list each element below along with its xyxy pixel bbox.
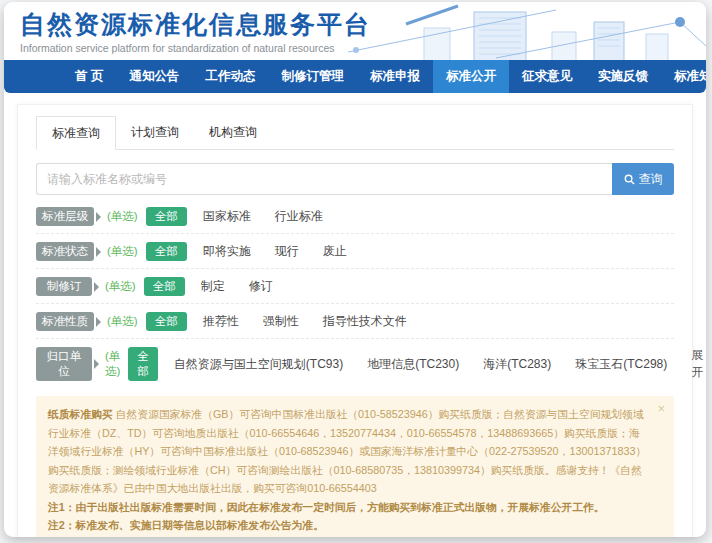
- nav-item[interactable]: 制修订管理: [268, 60, 357, 93]
- filter-mode-label: (单选): [107, 209, 138, 224]
- title-block: 自然资源标准化信息服务平台 Information service platfo…: [20, 9, 371, 54]
- filter-option[interactable]: 强制性: [263, 313, 299, 330]
- search-icon: [624, 174, 635, 185]
- filter-all-button[interactable]: 全部: [146, 242, 187, 261]
- nav-item[interactable]: 标准知识: [661, 60, 706, 93]
- site-subtitle: Information service platform for standar…: [20, 42, 371, 54]
- nav-item[interactable]: 标准公开: [433, 60, 509, 93]
- filter-option[interactable]: 修订: [249, 278, 273, 295]
- filter-mode-label: (单选): [105, 349, 120, 379]
- filter-all-button[interactable]: 全部: [144, 277, 185, 296]
- filter-option[interactable]: 现行: [275, 243, 299, 260]
- filter-mode-label: (单选): [105, 279, 136, 294]
- tab[interactable]: 机构查询: [194, 116, 272, 150]
- notice-note-2: 注2：标准发布、实施日期等信息以部标准发布公告为准。: [48, 516, 648, 535]
- city-illustration: [346, 2, 706, 60]
- tag-arrow-icon: [96, 212, 101, 222]
- tab[interactable]: 计划查询: [116, 116, 194, 150]
- filter-mode-label: (单选): [107, 244, 138, 259]
- nav-item[interactable]: 标准申报: [357, 60, 433, 93]
- filter-label-tag: 标准状态: [36, 242, 94, 261]
- filter-panel: 标准层级(单选)全部国家标准行业标准标准状态(单选)全部即将实施现行废止制修订(…: [36, 199, 674, 388]
- filter-option[interactable]: 国家标准: [203, 208, 251, 225]
- nav-item[interactable]: 通知公告: [116, 60, 192, 93]
- site-title: 自然资源标准化信息服务平台: [20, 9, 371, 39]
- tag-arrow-icon: [96, 317, 101, 327]
- nav-item[interactable]: 首 页: [62, 60, 116, 93]
- filter-option[interactable]: 自然资源与国土空间规划(TC93): [174, 356, 343, 373]
- nav-item[interactable]: 工作动态: [192, 60, 268, 93]
- main-nav: 首 页通知公告工作动态制修订管理标准申报标准公开征求意见实施反馈标准知识下载中心: [4, 60, 706, 93]
- content-card: 标准查询计划查询机构查询 查询 标准层级(单选)全部国家标准行业标准标准状态(单…: [17, 104, 693, 537]
- site-header: 自然资源标准化信息服务平台 Information service platfo…: [4, 2, 706, 60]
- notice-lead: 纸质标准购买: [48, 408, 113, 420]
- filter-option[interactable]: 推荐性: [203, 313, 239, 330]
- close-icon[interactable]: ×: [657, 402, 665, 415]
- filter-option[interactable]: 珠宝玉石(TC298): [575, 356, 667, 373]
- filter-option[interactable]: 行业标准: [275, 208, 323, 225]
- tag-arrow-icon: [94, 282, 99, 292]
- nav-item[interactable]: 实施反馈: [585, 60, 661, 93]
- filter-label-tag: 标准性质: [36, 312, 94, 331]
- nav-item[interactable]: 征求意见: [509, 60, 585, 93]
- filter-label-tag: 归口单位: [36, 347, 92, 381]
- filter-row: 标准性质(单选)全部推荐性强制性指导性技术文件: [36, 304, 674, 339]
- filter-all-button[interactable]: 全部: [146, 312, 187, 331]
- search-input[interactable]: [36, 163, 612, 195]
- search-button-label: 查询: [639, 171, 663, 188]
- query-tabs: 标准查询计划查询机构查询: [36, 115, 674, 150]
- search-button[interactable]: 查询: [612, 163, 674, 195]
- search-bar: 查询: [36, 163, 674, 195]
- filter-row: 归口单位(单选)全部自然资源与国土空间规划(TC93)地理信息(TC230)海洋…: [36, 339, 674, 388]
- filter-option[interactable]: 即将实施: [203, 243, 251, 260]
- filter-row: 制修订(单选)全部制定修订: [36, 269, 674, 304]
- filter-all-button[interactable]: 全部: [128, 347, 158, 381]
- filter-mode-label: (单选): [107, 314, 138, 329]
- purchase-notice: × 纸质标准购买 自然资源国家标准（GB）可咨询中国标准出版社（010-5852…: [36, 396, 674, 537]
- tag-arrow-icon: [94, 359, 99, 369]
- site-window: 自然资源标准化信息服务平台 Information service platfo…: [4, 2, 706, 537]
- expand-link[interactable]: 展开: [691, 347, 703, 381]
- notice-note-1: 注1：由于出版社出版标准需要时间，因此在标准发布一定时间后，方能购买到标准正式出…: [48, 498, 648, 517]
- filter-all-button[interactable]: 全部: [146, 207, 187, 226]
- filter-option[interactable]: 指导性技术文件: [323, 313, 407, 330]
- filter-option[interactable]: 地理信息(TC230): [367, 356, 459, 373]
- filter-label-tag: 标准层级: [36, 207, 94, 226]
- filter-row: 标准状态(单选)全部即将实施现行废止: [36, 234, 674, 269]
- filter-option[interactable]: 制定: [201, 278, 225, 295]
- tag-arrow-icon: [96, 247, 101, 257]
- tab[interactable]: 标准查询: [36, 116, 116, 150]
- filter-option[interactable]: 废止: [323, 243, 347, 260]
- notice-body: 纸质标准购买 自然资源国家标准（GB）可咨询中国标准出版社（010-585239…: [48, 405, 648, 498]
- notice-text: 自然资源国家标准（GB）可咨询中国标准出版社（010-58523946）购买纸质…: [48, 408, 646, 494]
- filter-label-tag: 制修订: [36, 277, 92, 296]
- filter-option[interactable]: 海洋(TC283): [483, 356, 551, 373]
- filter-row: 标准层级(单选)全部国家标准行业标准: [36, 199, 674, 234]
